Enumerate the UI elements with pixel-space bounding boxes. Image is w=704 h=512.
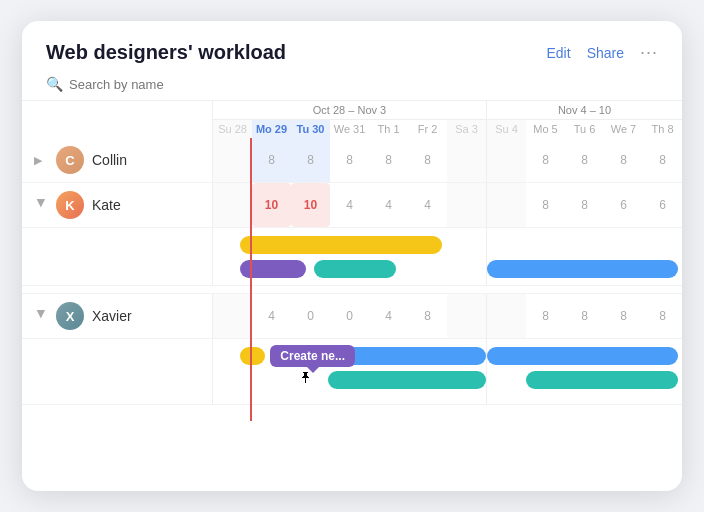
xavier-week2-cells: 8 8 8 8 xyxy=(486,294,682,338)
week1-header: Oct 28 – Nov 3 Su 28 Mo 29 Tu 30 We 31 T… xyxy=(212,101,486,138)
name-cell-collin: ▶ C Collin xyxy=(22,138,212,182)
xavier-tu6: 8 xyxy=(565,294,604,338)
edit-button[interactable]: Edit xyxy=(547,45,571,61)
search-icon: 🔍 xyxy=(46,76,63,92)
bottom-spacer xyxy=(22,405,682,421)
collin-mo5: 8 xyxy=(526,138,565,182)
kate-fr2: 4 xyxy=(408,183,447,227)
toggle-collin[interactable]: ▶ xyxy=(34,154,48,167)
xavier-bars-week1: Create ne... 🖈 xyxy=(212,339,486,404)
xavier-bar-blue-end[interactable] xyxy=(487,347,678,365)
collin-mo29: 8 xyxy=(252,138,291,182)
avatar-xavier: X xyxy=(56,302,84,330)
toggle-kate[interactable]: ▶ xyxy=(35,198,48,212)
day-we7: We 7 xyxy=(604,120,643,138)
name-cell-kate: ▶ K Kate xyxy=(22,183,212,227)
page-title: Web designers' workload xyxy=(46,41,286,64)
day-th8: Th 8 xyxy=(643,120,682,138)
gantt-container: Oct 28 – Nov 3 Su 28 Mo 29 Tu 30 We 31 T… xyxy=(22,100,682,421)
row-collin: ▶ C Collin 8 8 8 8 8 8 xyxy=(22,138,682,183)
search-bar: 🔍 xyxy=(22,72,682,100)
name-cell-xavier: ▶ X Xavier xyxy=(22,294,212,338)
xavier-bar-yellow[interactable] xyxy=(240,347,265,365)
search-input[interactable] xyxy=(69,77,209,92)
kate-mo5: 8 xyxy=(526,183,565,227)
kate-we7: 6 xyxy=(604,183,643,227)
xavier-week1-cells: 4 0 0 4 8 xyxy=(212,294,486,338)
avatar-collin: C xyxy=(56,146,84,174)
xavier-th1: 4 xyxy=(369,294,408,338)
header: Web designers' workload Edit Share ··· xyxy=(22,21,682,72)
day-mo29: Mo 29 xyxy=(252,120,291,138)
day-tu30: Tu 30 xyxy=(291,120,330,138)
collin-we7: 8 xyxy=(604,138,643,182)
week2-days: Su 4 Mo 5 Tu 6 We 7 Th 8 xyxy=(487,120,682,138)
name-collin: Collin xyxy=(92,152,127,168)
name-xavier: Xavier xyxy=(92,308,132,324)
collin-su4 xyxy=(487,138,526,182)
xavier-mo5: 8 xyxy=(526,294,565,338)
collin-tu30: 8 xyxy=(291,138,330,182)
xavier-bar-teal-end[interactable] xyxy=(526,371,678,389)
create-tooltip[interactable]: Create ne... xyxy=(270,345,355,367)
collin-th1: 8 xyxy=(369,138,408,182)
spacer-kate-xavier xyxy=(22,286,682,294)
kate-tu30: 10 xyxy=(291,183,330,227)
day-tu6: Tu 6 xyxy=(565,120,604,138)
avatar-kate: K xyxy=(56,191,84,219)
week1-label: Oct 28 – Nov 3 xyxy=(213,101,486,120)
workload-card: Web designers' workload Edit Share ··· 🔍… xyxy=(22,21,682,491)
kate-bars-spacer xyxy=(22,228,212,285)
collin-th8: 8 xyxy=(643,138,682,182)
kate-tu6: 8 xyxy=(565,183,604,227)
kate-th8: 6 xyxy=(643,183,682,227)
kate-su4 xyxy=(487,183,526,227)
collin-week2-cells: 8 8 8 8 xyxy=(486,138,682,182)
week2-label: Nov 4 – 10 xyxy=(487,101,682,120)
more-options-button[interactable]: ··· xyxy=(640,42,658,63)
day-sa3: Sa 3 xyxy=(447,120,486,138)
xavier-th8: 8 xyxy=(643,294,682,338)
kate-bars-week1 xyxy=(212,228,486,285)
name-kate: Kate xyxy=(92,197,121,213)
kate-bars-week2 xyxy=(486,228,682,285)
xavier-bar-teal-start[interactable] xyxy=(328,371,486,389)
row-kate-bars xyxy=(22,228,682,286)
day-su28: Su 28 xyxy=(213,120,252,138)
xavier-bars-week2 xyxy=(486,339,682,404)
collin-su28 xyxy=(213,138,252,182)
week1-days: Su 28 Mo 29 Tu 30 We 31 Th 1 Fr 2 Sa 3 xyxy=(213,120,486,138)
collin-fr2: 8 xyxy=(408,138,447,182)
week2-header: Nov 4 – 10 Su 4 Mo 5 Tu 6 We 7 Th 8 xyxy=(486,101,682,138)
kate-we31: 4 xyxy=(330,183,369,227)
xavier-bars-spacer xyxy=(22,339,212,404)
xavier-su4 xyxy=(487,294,526,338)
gantt-header: Oct 28 – Nov 3 Su 28 Mo 29 Tu 30 We 31 T… xyxy=(22,100,682,138)
day-we31: We 31 xyxy=(330,120,369,138)
xavier-tu30: 0 xyxy=(291,294,330,338)
kate-sa3 xyxy=(447,183,486,227)
row-kate: ▶ K Kate 10 10 4 4 4 8 8 6 xyxy=(22,183,682,228)
xavier-fr2: 8 xyxy=(408,294,447,338)
collin-tu6: 8 xyxy=(565,138,604,182)
kate-su28 xyxy=(213,183,252,227)
xavier-sa3 xyxy=(447,294,486,338)
today-red-line xyxy=(250,138,252,421)
kate-bar-yellow[interactable] xyxy=(240,236,442,254)
day-su4: Su 4 xyxy=(487,120,526,138)
collin-week1-cells: 8 8 8 8 8 xyxy=(212,138,486,182)
xavier-we31: 0 xyxy=(330,294,369,338)
kate-week2-cells: 8 8 6 6 xyxy=(486,183,682,227)
day-th1: Th 1 xyxy=(369,120,408,138)
day-mo5: Mo 5 xyxy=(526,120,565,138)
cursor-icon: 🖈 xyxy=(298,369,314,387)
share-button[interactable]: Share xyxy=(587,45,624,61)
xavier-we7: 8 xyxy=(604,294,643,338)
toggle-xavier[interactable]: ▶ xyxy=(35,309,48,323)
xavier-mo29: 4 xyxy=(252,294,291,338)
kate-bar-teal[interactable] xyxy=(314,260,396,278)
xavier-su28 xyxy=(213,294,252,338)
row-xavier-bars: Create ne... 🖈 xyxy=(22,339,682,405)
kate-week1-cells: 10 10 4 4 4 xyxy=(212,183,486,227)
kate-bar-blue[interactable] xyxy=(487,260,678,278)
